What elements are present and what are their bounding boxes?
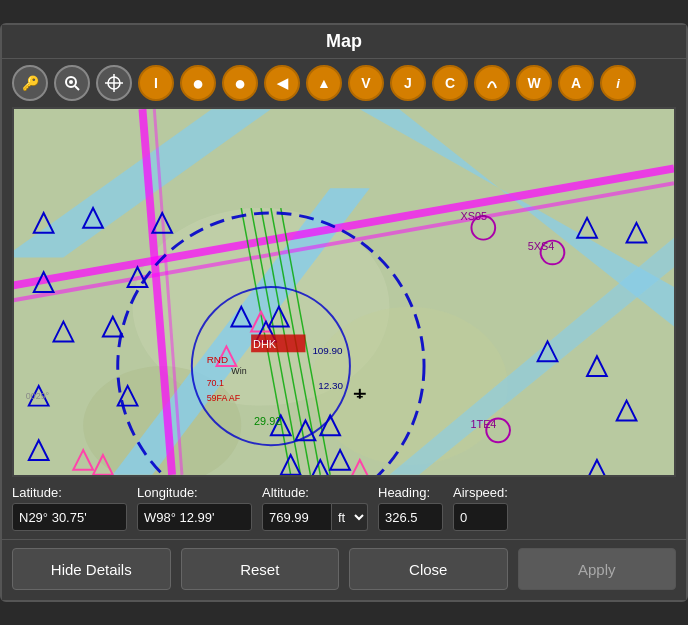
title-bar: Map [2, 25, 686, 59]
altitude-field: Altitude: ft m [262, 485, 368, 531]
nav-button-curve[interactable] [474, 65, 510, 101]
svg-text:XS05: XS05 [461, 210, 488, 222]
nav-button-c[interactable]: C [432, 65, 468, 101]
svg-text:1TE4: 1TE4 [470, 418, 496, 430]
altitude-group: ft m [262, 503, 368, 531]
svg-text:70.1: 70.1 [207, 378, 224, 388]
svg-text:5XS4: 5XS4 [528, 240, 555, 252]
svg-text:29.92: 29.92 [254, 415, 281, 427]
longitude-field: Longitude: [137, 485, 252, 531]
svg-point-1 [69, 80, 73, 84]
svg-text:DHK: DHK [253, 338, 277, 350]
svg-text:Win: Win [231, 366, 246, 376]
nav-button-a[interactable]: A [558, 65, 594, 101]
svg-text:109.90: 109.90 [312, 345, 343, 356]
longitude-label: Longitude: [137, 485, 252, 500]
svg-text:12.30: 12.30 [318, 380, 343, 391]
close-button[interactable]: Close [349, 548, 508, 590]
nav-button-w[interactable]: W [516, 65, 552, 101]
svg-text:0029°: 0029° [26, 391, 50, 401]
heading-input[interactable] [378, 503, 443, 531]
nav-button-dot2[interactable]: ● [222, 65, 258, 101]
nav-button-j[interactable]: J [390, 65, 426, 101]
svg-text:RND: RND [207, 354, 228, 365]
heading-label: Heading: [378, 485, 443, 500]
nav-button-dot1[interactable]: ● [180, 65, 216, 101]
hide-details-button[interactable]: Hide Details [12, 548, 171, 590]
search-tool-button[interactable] [54, 65, 90, 101]
altitude-label: Altitude: [262, 485, 368, 500]
nav-button-i[interactable]: I [138, 65, 174, 101]
nav-button-v[interactable]: V [348, 65, 384, 101]
altitude-input[interactable] [262, 503, 332, 531]
key-tool-button[interactable]: 🔑 [12, 65, 48, 101]
nav-button-arrow[interactable]: ◀ [264, 65, 300, 101]
toolbar: 🔑 I ● ● ◀ ▲ V J C W [2, 59, 686, 107]
svg-text:59FA  AF: 59FA AF [207, 393, 241, 403]
nav-button-triangle[interactable]: ▲ [306, 65, 342, 101]
svg-line-2 [75, 86, 79, 90]
nav-button-info[interactable]: i [600, 65, 636, 101]
heading-field: Heading: [378, 485, 443, 531]
map-dialog: Map 🔑 I ● ● ◀ ▲ V J C [0, 23, 688, 602]
airspeed-label: Airspeed: [453, 485, 508, 500]
airspeed-field: Airspeed: [453, 485, 508, 531]
altitude-unit-select[interactable]: ft m [332, 503, 368, 531]
info-bar: Latitude: Longitude: Altitude: ft m Head… [2, 477, 686, 539]
latitude-label: Latitude: [12, 485, 127, 500]
reset-button[interactable]: Reset [181, 548, 340, 590]
apply-button[interactable]: Apply [518, 548, 677, 590]
crosshair-tool-button[interactable] [96, 65, 132, 101]
longitude-input[interactable] [137, 503, 252, 531]
latitude-field: Latitude: [12, 485, 127, 531]
map-view[interactable]: DHK XS05 5XS4 109.90 RND 70.1 59FA AF Wi… [12, 107, 676, 477]
latitude-input[interactable] [12, 503, 127, 531]
airspeed-input[interactable] [453, 503, 508, 531]
button-bar: Hide Details Reset Close Apply [2, 539, 686, 600]
dialog-title: Map [326, 31, 362, 51]
